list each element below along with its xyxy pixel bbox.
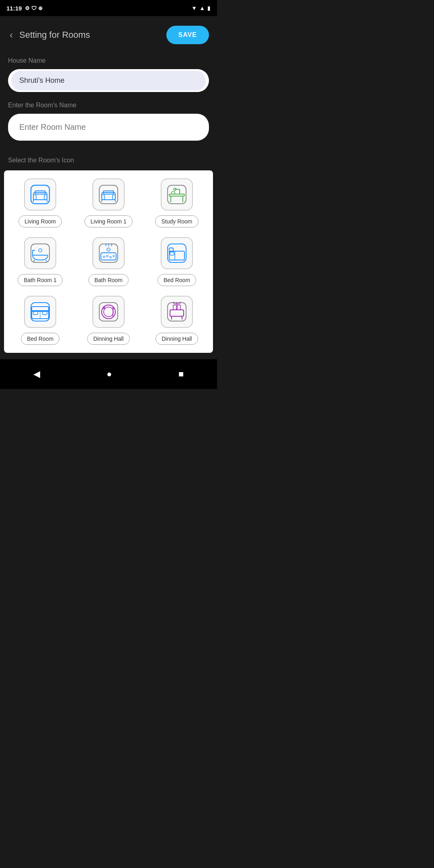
icon-item-dinning-hall[interactable]: Dinning Hall xyxy=(76,296,141,345)
svg-rect-39 xyxy=(170,252,174,255)
icon-box-dinning-hall-2 xyxy=(161,296,193,328)
dinning-hall-2-label: Dinning Hall xyxy=(156,333,198,345)
room-name-input[interactable] xyxy=(11,115,206,139)
icon-item-bath-room-1[interactable]: Bath Room 1 xyxy=(8,237,72,286)
living-room-1-icon xyxy=(98,184,119,205)
wifi-icon: ▼ xyxy=(191,5,197,11)
svg-rect-15 xyxy=(169,194,184,196)
svg-point-49 xyxy=(104,307,113,317)
house-name-input[interactable] xyxy=(11,71,206,90)
at-icon: ⊕ xyxy=(38,5,43,11)
bed-room-2-label: Bed Room xyxy=(21,333,59,345)
study-room-icon xyxy=(166,184,188,205)
icon-box-bed-room xyxy=(161,237,193,269)
icon-item-living-room[interactable]: Living Room xyxy=(8,178,72,227)
dinning-hall-icon xyxy=(98,301,119,323)
time-display: 11:19 xyxy=(6,5,22,12)
dinning-hall-2-icon xyxy=(166,301,188,323)
icon-item-bed-room[interactable]: Bed Room xyxy=(145,237,209,286)
svg-point-24 xyxy=(39,249,42,252)
icon-box-living-room xyxy=(24,178,56,211)
back-button[interactable]: ‹ xyxy=(8,28,14,42)
bath-room-1-icon xyxy=(29,242,51,264)
bed-room-icon xyxy=(166,242,188,264)
icon-box-bed-room-2 xyxy=(24,296,56,328)
signal-icon: ▲ xyxy=(199,5,205,11)
room-name-label: Enter the Room's Name xyxy=(8,102,209,109)
house-name-label: House Name xyxy=(8,57,209,64)
header: ‹ Setting for Rooms SAVE xyxy=(0,19,217,51)
status-bar: 11:19 ⚙ 🛡 ⊕ ▼ ▲ ▮ xyxy=(0,0,217,16)
icon-box-living-room-1 xyxy=(92,178,125,211)
icon-box-dinning-hall xyxy=(92,296,125,328)
form-section: House Name Enter the Room's Name xyxy=(0,51,217,157)
svg-point-32 xyxy=(103,256,105,258)
icon-box-study-room xyxy=(161,178,193,211)
living-room-icon xyxy=(29,184,51,205)
bath-room-icon xyxy=(98,242,119,264)
icon-select-label: Select the Room's Icon xyxy=(0,157,217,164)
bed-room-label: Bed Room xyxy=(158,274,196,286)
icon-item-bath-room[interactable]: Bath Room xyxy=(76,237,141,286)
bath-room-1-label: Bath Room 1 xyxy=(18,274,63,286)
svg-rect-44 xyxy=(33,311,38,315)
nav-square-button[interactable]: ■ xyxy=(169,366,193,383)
svg-rect-37 xyxy=(169,251,184,260)
house-name-container xyxy=(8,69,209,92)
shield-icon: 🛡 xyxy=(31,5,37,11)
study-room-label: Study Room xyxy=(155,215,198,227)
room-name-container xyxy=(8,114,209,141)
page-title: Setting for Rooms xyxy=(19,30,166,40)
icon-item-bed-room-2[interactable]: Bed Room xyxy=(8,296,72,345)
save-button[interactable]: SAVE xyxy=(166,26,209,44)
battery-icon: ▮ xyxy=(207,5,211,11)
icon-box-bath-room xyxy=(92,237,125,269)
icon-item-study-room[interactable]: Study Room xyxy=(145,178,209,227)
bath-room-label: Bath Room xyxy=(88,274,129,286)
icon-box-bath-room-1 xyxy=(24,237,56,269)
svg-point-34 xyxy=(110,256,111,258)
icon-grid: Living Room Living Room 1 xyxy=(8,178,209,345)
svg-rect-58 xyxy=(173,305,176,310)
gear-icon: ⚙ xyxy=(25,5,30,11)
living-room-label: Living Room xyxy=(18,215,62,227)
bed-room-2-icon xyxy=(29,301,51,323)
nav-home-button[interactable]: ● xyxy=(97,366,121,383)
nav-back-button[interactable]: ◀ xyxy=(24,366,50,383)
nav-bar: ◀ ● ■ xyxy=(0,359,217,389)
svg-rect-55 xyxy=(170,310,184,316)
icon-item-living-room-1[interactable]: Living Room 1 xyxy=(76,178,141,227)
icon-grid-container: Living Room Living Room 1 xyxy=(4,170,213,353)
svg-point-35 xyxy=(113,255,115,257)
icon-item-dinning-hall-2[interactable]: Dinning Hall xyxy=(145,296,209,345)
dinning-hall-label: Dinning Hall xyxy=(87,333,129,345)
svg-point-33 xyxy=(106,255,108,257)
svg-rect-59 xyxy=(177,305,180,310)
living-room-1-label: Living Room 1 xyxy=(84,215,133,227)
svg-point-31 xyxy=(107,248,110,251)
svg-rect-45 xyxy=(43,311,47,315)
